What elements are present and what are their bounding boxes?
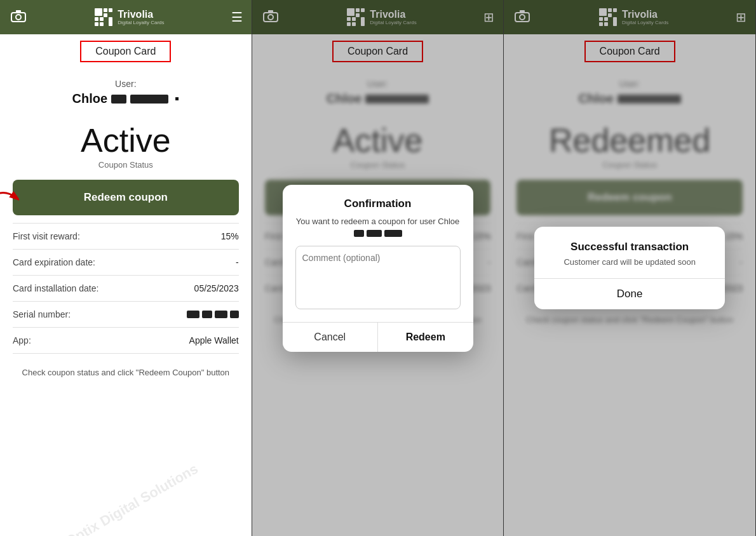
modal-buttons: Cancel Redeem — [283, 322, 473, 352]
detail-list-1: First visit reward: 15% Card expiration … — [13, 223, 239, 354]
redeem-coupon-button-1[interactable]: Redeem coupon — [13, 180, 239, 215]
svg-rect-6 — [95, 17, 98, 21]
detail-row-serial: Serial number: — [13, 301, 239, 327]
menu-icon[interactable]: ☰ — [231, 10, 243, 25]
svg-rect-11 — [109, 17, 112, 26]
redacted-1 — [111, 95, 126, 104]
svg-rect-2 — [16, 10, 21, 13]
serial-redacted-3 — [215, 311, 227, 318]
confirmation-modal-overlay: Confirmation You want to redeem a coupon… — [252, 0, 504, 536]
detail-value-expiry: - — [236, 257, 239, 267]
detail-value-app: Apple Wallet — [189, 335, 239, 345]
panel-3: Trivolia Digital Loyalty Cards ⊞ Coupon … — [504, 0, 756, 536]
modal-title: Confirmation — [295, 198, 461, 210]
detail-label-serial: Serial number: — [13, 309, 71, 319]
footer-note-1: Check coupon status and click "Redeem Co… — [13, 354, 239, 385]
detail-row-app: App: Apple Wallet — [13, 327, 239, 354]
nav-bar-1: Trivolia Digital Loyalty Cards ☰ — [0, 0, 252, 34]
success-modal: Successful transaction Customer card wil… — [534, 227, 725, 309]
detail-row-first-visit: First visit reward: 15% — [13, 223, 239, 249]
camera-icon[interactable] — [9, 10, 28, 25]
user-name-1: Chloe ▪ — [13, 91, 239, 106]
status-section-1: Active Coupon Status — [13, 116, 239, 172]
success-body: Successful transaction Customer card wil… — [534, 227, 725, 278]
success-description: Customer card will be updated soon — [547, 257, 712, 267]
svg-rect-9 — [100, 22, 104, 26]
success-modal-overlay: Successful transaction Customer card wil… — [504, 0, 755, 536]
modal-redacted-2 — [367, 230, 382, 237]
coupon-header-row-1: Coupon Card — [0, 34, 252, 66]
svg-rect-4 — [104, 8, 107, 12]
detail-label-install: Card installation date: — [13, 283, 98, 293]
logo: Trivolia Digital Loyalty Cards — [95, 8, 164, 26]
svg-rect-7 — [100, 17, 104, 21]
modal-redacted-3 — [384, 230, 402, 237]
redacted-2 — [130, 95, 168, 104]
modal-redacted-1 — [354, 230, 364, 237]
detail-value-install: 05/25/2023 — [194, 283, 239, 293]
detail-value-serial — [187, 311, 239, 318]
logo-tagline: Digital Loyalty Cards — [118, 20, 164, 25]
logo-icon — [95, 8, 112, 26]
panel-2: Trivolia Digital Loyalty Cards ⊞ Coupon … — [252, 0, 504, 536]
svg-point-1 — [16, 15, 21, 20]
serial-redacted-4 — [230, 311, 239, 318]
status-sublabel-1: Coupon Status — [13, 160, 239, 170]
coupon-card-title-1: Coupon Card — [80, 41, 171, 62]
success-title: Successful transaction — [547, 241, 712, 253]
detail-label-app: App: — [13, 335, 31, 345]
svg-rect-8 — [95, 22, 98, 26]
watermark-1: © Optix Digital Solutions — [51, 460, 201, 536]
panel-1: Trivolia Digital Loyalty Cards ☰ Coupon … — [0, 0, 252, 536]
logo-name: Trivolia — [118, 9, 164, 20]
cancel-button[interactable]: Cancel — [283, 323, 379, 352]
detail-label-first-visit: First visit reward: — [13, 231, 80, 241]
serial-redacted-2 — [202, 311, 212, 318]
comment-input[interactable] — [295, 246, 461, 309]
svg-rect-3 — [95, 8, 102, 16]
redeem-confirm-button[interactable]: Redeem — [378, 323, 473, 352]
modal-description: You want to redeem a coupon for user Chl… — [295, 215, 461, 241]
user-label-1: User: — [13, 79, 239, 89]
svg-rect-10 — [109, 8, 112, 12]
detail-label-expiry: Card expiration date: — [13, 257, 95, 267]
done-button[interactable]: Done — [534, 279, 725, 309]
serial-redacted-1 — [187, 311, 199, 318]
status-text-1: Active — [13, 123, 239, 159]
red-arrow-icon — [0, 188, 19, 207]
logo-text-block: Trivolia Digital Loyalty Cards — [118, 9, 164, 26]
detail-row-expiry: Card expiration date: - — [13, 249, 239, 275]
user-section-1: User: Chloe ▪ — [13, 71, 239, 116]
confirmation-modal: Confirmation You want to redeem a coupon… — [283, 185, 473, 352]
detail-row-install: Card installation date: 05/25/2023 — [13, 275, 239, 301]
panel-1-content: User: Chloe ▪ Active Coupon Status — [0, 66, 252, 536]
detail-value-first-visit: 15% — [221, 231, 239, 241]
modal-body: Confirmation You want to redeem a coupon… — [283, 185, 473, 322]
svg-rect-5 — [104, 13, 107, 17]
redeem-btn-row-1: Redeem coupon — [13, 180, 239, 215]
